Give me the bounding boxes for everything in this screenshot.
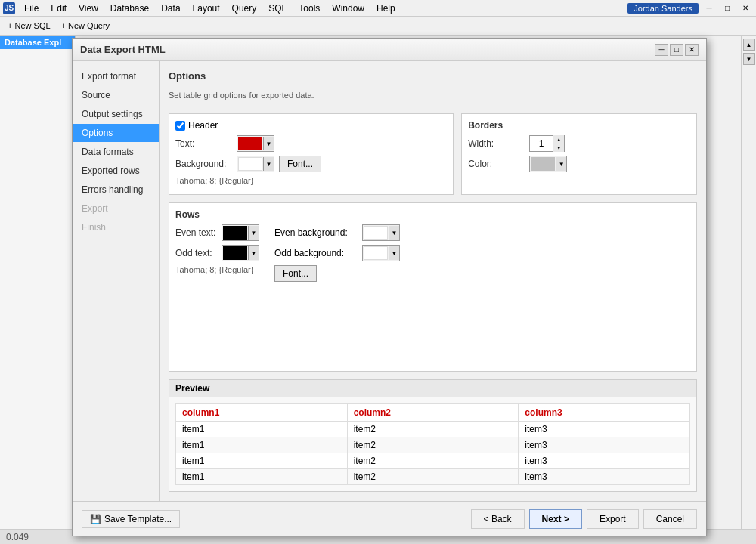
rows-font-button[interactable]: Font...	[274, 265, 317, 282]
rows-left: Even text: ▼ Odd text: ▼	[175, 224, 259, 282]
modal-titlebar: Data Export HTML ─ □ ✕	[73, 39, 706, 61]
modal-dialog: Data Export HTML ─ □ ✕ Export format Sou…	[72, 38, 707, 536]
modal-sidebar: Export format Source Output settings Opt…	[73, 61, 160, 501]
cancel-button[interactable]: Cancel	[643, 509, 697, 529]
borders-width-row: Width: ▲ ▼	[468, 135, 690, 152]
new-sql-button[interactable]: + New SQL	[3, 20, 55, 32]
spinner-down[interactable]: ▼	[553, 144, 564, 152]
options-subtitle: Set table grid options for exported data…	[169, 91, 697, 100]
table-row: item1 item2 item3	[176, 437, 690, 453]
save-icon: 💾	[90, 514, 101, 524]
modal-maximize[interactable]: □	[670, 44, 683, 56]
borders-width-input[interactable]	[530, 138, 553, 149]
menu-query[interactable]: Query	[226, 2, 263, 15]
user-badge: Jordan Sanders	[627, 3, 699, 14]
table-row: item1 item2 item3	[176, 469, 690, 485]
sidebar-item-export-format[interactable]: Export format	[73, 67, 159, 85]
footer-left: 💾 Save Template...	[82, 510, 180, 528]
sidebar-item-source[interactable]: Source	[73, 86, 159, 104]
header-section: Header Text: ▼ Background:	[169, 113, 454, 195]
sidebar-item-export: Export	[73, 199, 159, 218]
header-text-label: Text:	[175, 138, 232, 149]
borders-title: Borders	[468, 120, 690, 131]
header-text-color-arrow: ▼	[263, 137, 274, 150]
preview-cell: item1	[176, 453, 348, 469]
header-text-color-picker[interactable]: ▼	[237, 135, 274, 152]
menu-database[interactable]: Database	[104, 2, 155, 15]
even-bg-color-picker[interactable]: ▼	[362, 224, 400, 241]
save-template-button[interactable]: 💾 Save Template...	[82, 510, 180, 528]
borders-color-picker[interactable]: ▼	[529, 156, 567, 172]
preview-cell: item2	[347, 437, 519, 453]
modal-close[interactable]: ✕	[685, 44, 699, 56]
left-panel: Database Expl	[0, 36, 76, 529]
header-bg-label: Background:	[175, 159, 232, 169]
right-panel-btn1[interactable]: ▲	[743, 39, 755, 51]
odd-text-color-picker[interactable]: ▼	[222, 245, 259, 261]
odd-text-row: Odd text: ▼	[175, 245, 259, 261]
header-label: Header	[188, 120, 218, 131]
header-bg-color-picker[interactable]: ▼	[237, 156, 274, 172]
preview-table-container: column1 column2 column3 item1 item2 item…	[169, 397, 696, 491]
menu-tools[interactable]: Tools	[293, 2, 326, 15]
header-font-button[interactable]: Font...	[279, 156, 321, 172]
header-checkbox-row: Header	[175, 120, 447, 131]
main-content: Options Set table grid options for expor…	[160, 61, 706, 501]
modal-footer: 💾 Save Template... < Back Next > Export …	[73, 501, 706, 536]
odd-bg-swatch	[364, 246, 388, 260]
menu-view[interactable]: View	[73, 2, 104, 15]
footer-right: < Back Next > Export Cancel	[471, 509, 697, 529]
header-text-color-swatch	[238, 137, 262, 150]
even-text-arrow: ▼	[248, 226, 259, 240]
preview-title: Preview	[169, 380, 696, 397]
menu-data[interactable]: Data	[155, 2, 186, 15]
rows-fields: Even text: ▼ Odd text: ▼	[175, 224, 690, 282]
modal-minimize[interactable]: ─	[655, 44, 668, 56]
even-text-color-picker[interactable]: ▼	[222, 224, 259, 241]
sidebar-item-output-settings[interactable]: Output settings	[73, 105, 159, 123]
preview-cell: item2	[347, 422, 519, 437]
options-title: Options	[169, 70, 697, 82]
borders-section: Borders Width: ▲ ▼	[461, 113, 697, 195]
odd-bg-label: Odd background:	[274, 248, 358, 258]
spinner-buttons: ▲ ▼	[553, 135, 564, 152]
sidebar-item-finish: Finish	[73, 218, 159, 236]
preview-col1-header: column1	[176, 404, 348, 422]
odd-bg-row: Odd background: ▼	[274, 245, 400, 261]
menu-layout[interactable]: Layout	[187, 2, 226, 15]
modal-title: Data Export HTML	[80, 44, 166, 55]
back-button[interactable]: < Back	[471, 509, 525, 529]
rows-section: Rows Even text: ▼ Odd te	[169, 202, 697, 372]
header-bg-color-arrow: ▼	[263, 157, 274, 171]
sidebar-item-errors-handling[interactable]: Errors handling	[73, 181, 159, 199]
header-bg-row: Background: ▼ Font...	[175, 156, 447, 172]
menu-help[interactable]: Help	[370, 2, 401, 15]
menu-sql[interactable]: SQL	[262, 2, 293, 15]
sidebar-item-data-formats[interactable]: Data formats	[73, 143, 159, 161]
right-panel-btn2[interactable]: ▼	[743, 53, 755, 65]
sidebar-item-options[interactable]: Options	[73, 124, 159, 142]
close-button[interactable]: ✕	[738, 2, 753, 14]
preview-cell: item1	[176, 422, 348, 437]
odd-bg-color-picker[interactable]: ▼	[362, 245, 400, 261]
even-text-swatch	[223, 226, 247, 240]
export-button[interactable]: Export	[587, 509, 639, 529]
preview-section: Preview column1 column2 column3	[169, 379, 697, 492]
even-text-row: Even text: ▼	[175, 224, 259, 241]
menu-window[interactable]: Window	[326, 2, 370, 15]
save-template-label: Save Template...	[104, 514, 172, 524]
table-row: item1 item2 item3	[176, 453, 690, 469]
menu-file[interactable]: File	[18, 2, 45, 15]
menu-edit[interactable]: Edit	[45, 2, 73, 15]
header-checkbox[interactable]	[175, 121, 185, 131]
header-bg-color-swatch	[238, 157, 262, 171]
preview-cell: item3	[519, 437, 690, 453]
new-query-button[interactable]: + New Query	[57, 20, 115, 32]
maximize-button[interactable]: □	[720, 2, 735, 14]
next-button[interactable]: Next >	[529, 509, 582, 529]
odd-bg-arrow: ▼	[389, 246, 399, 260]
sidebar-item-exported-rows[interactable]: Exported rows	[73, 162, 159, 180]
minimize-button[interactable]: ─	[702, 2, 717, 14]
spinner-up[interactable]: ▲	[553, 135, 564, 144]
preview-table: column1 column2 column3 item1 item2 item…	[175, 403, 690, 485]
